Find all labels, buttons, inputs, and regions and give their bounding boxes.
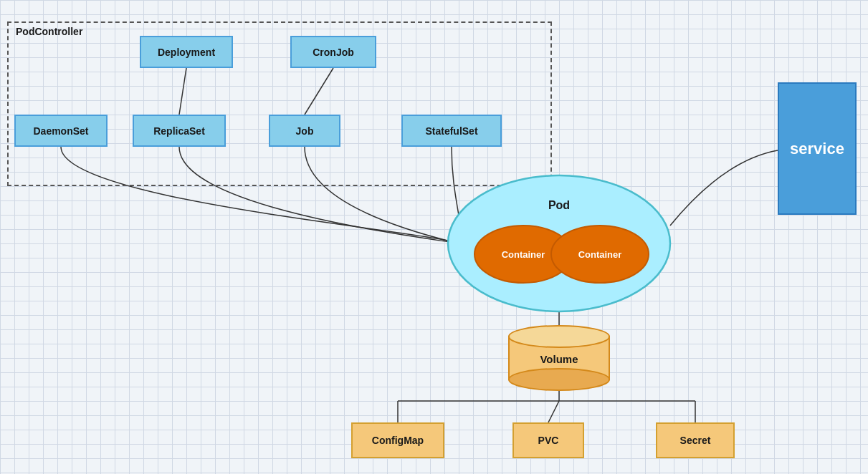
pvc-box: PVC <box>512 422 584 458</box>
svg-text:Pod: Pod <box>548 199 570 211</box>
configmap-box: ConfigMap <box>351 422 444 458</box>
replicaset-box: ReplicaSet <box>133 115 226 147</box>
service-box: service <box>778 82 857 215</box>
cronjob-box: CronJob <box>290 36 376 68</box>
volume-svg: Volume <box>502 326 616 390</box>
deployment-box: Deployment <box>140 36 233 68</box>
svg-text:Container: Container <box>578 249 622 260</box>
statefulset-box: StatefulSet <box>401 115 502 147</box>
svg-text:Container: Container <box>502 249 545 260</box>
diagram-canvas: PodController Deployment CronJob DaemonS… <box>0 0 868 474</box>
pod-controller-label: PodController <box>16 26 82 37</box>
pod-svg: Pod Container Container <box>441 172 677 315</box>
svg-point-16 <box>509 326 609 347</box>
secret-box: Secret <box>656 422 735 458</box>
svg-point-17 <box>509 369 609 390</box>
pod-controller-border <box>7 21 552 186</box>
job-box: Job <box>269 115 340 147</box>
svg-text:Volume: Volume <box>540 353 578 365</box>
svg-line-6 <box>548 401 559 422</box>
daemonset-box: DaemonSet <box>14 115 108 147</box>
